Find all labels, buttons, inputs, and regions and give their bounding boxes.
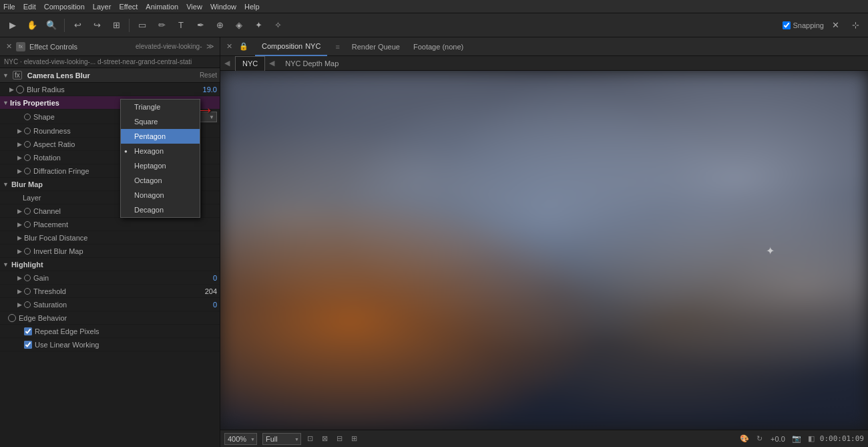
- fx-icon: fx: [19, 43, 23, 49]
- menu-file[interactable]: File: [3, 3, 15, 11]
- pen-tool-button[interactable]: ✒: [192, 17, 209, 34]
- menu-animation[interactable]: Animation: [146, 3, 178, 11]
- menu-edit[interactable]: Edit: [23, 3, 36, 11]
- threshold-expand[interactable]: ▶: [16, 288, 23, 295]
- zoom-tool-button[interactable]: 🔍: [43, 17, 60, 34]
- gain-icon: [24, 275, 31, 281]
- diffraction-fringe-expand[interactable]: ▶: [16, 168, 23, 174]
- rect-tool-button[interactable]: ▭: [134, 17, 151, 34]
- blur-radius-expand[interactable]: ▶: [8, 86, 15, 93]
- saturation-value[interactable]: 0: [213, 301, 217, 309]
- placement-expand[interactable]: ▶: [16, 221, 23, 228]
- fill-tool-button[interactable]: ◈: [230, 17, 248, 34]
- fit-view-button[interactable]: ⊡: [304, 433, 316, 445]
- effect-reset-button[interactable]: Reset: [200, 71, 217, 79]
- channel-expand[interactable]: ▶: [16, 208, 23, 214]
- dropdown-item-heptagon[interactable]: Heptagon: [121, 158, 200, 173]
- fx-badge: fx: [13, 71, 22, 80]
- layer-path-text: NYC · elevated-view-looking-... d-street…: [4, 58, 192, 65]
- zoom-wrapper: 400% 200% 100% 50%: [224, 433, 257, 445]
- menu-view[interactable]: View: [186, 3, 202, 11]
- text-tool-button[interactable]: T: [172, 17, 190, 34]
- repeat-edge-pixels-row: Repeat Edge Pixels: [0, 325, 220, 338]
- right-panel: ✕ 🔒 Composition NYC ≡ Render Queue Foota…: [220, 37, 868, 447]
- saturation-label: Saturation: [33, 301, 213, 309]
- comp-back-icon[interactable]: ◀: [224, 59, 230, 67]
- snap-target-button[interactable]: ⊹: [847, 17, 864, 34]
- shape-dropdown-popup: Triangle Square Pentagon Hexagon Heptago…: [120, 99, 200, 218]
- footage-button[interactable]: Footage (none): [409, 43, 467, 51]
- anchor-tool-button[interactable]: ⊕: [211, 17, 228, 34]
- dropdown-item-pentagon[interactable]: Pentagon: [121, 129, 200, 144]
- puppet-tool-button[interactable]: ✦: [250, 17, 267, 34]
- blur-radius-value[interactable]: 19.0: [203, 86, 217, 94]
- gain-expand[interactable]: ▶: [16, 275, 23, 281]
- comp-lock-icon: 🔒: [239, 42, 248, 51]
- edge-behavior-label: Edge Behavior: [19, 314, 217, 322]
- comp-name-label: NYC: [305, 42, 320, 50]
- menu-help[interactable]: Help: [244, 3, 260, 11]
- undo-button[interactable]: ↩: [69, 17, 86, 34]
- edit-button[interactable]: ⊞: [107, 17, 125, 34]
- rotation-button[interactable]: ↻: [753, 433, 765, 445]
- blur-radius-label: Blur Radius: [27, 86, 203, 94]
- select-tool-button[interactable]: ▶: [4, 17, 21, 34]
- highlight-caret: ▼: [3, 261, 9, 268]
- panel-close-button[interactable]: ✕: [4, 42, 13, 51]
- dropdown-item-hexagon[interactable]: Hexagon: [121, 144, 200, 158]
- placement-label: Placement: [33, 220, 217, 229]
- nyc-sub-tab[interactable]: NYC: [235, 56, 265, 71]
- gain-label: Gain: [33, 274, 213, 282]
- dropdown-item-decagon[interactable]: Decagon: [121, 202, 200, 217]
- zoom-select[interactable]: 400% 200% 100% 50%: [224, 433, 257, 445]
- use-linear-working-checkbox[interactable]: [24, 341, 32, 349]
- composition-tab[interactable]: Composition NYC: [255, 37, 327, 56]
- blur-focal-distance-expand[interactable]: ▶: [16, 235, 23, 241]
- rulers-button[interactable]: ⊞: [348, 433, 360, 445]
- dropdown-item-nonagon[interactable]: Nonagon: [121, 188, 200, 202]
- menu-composition[interactable]: Composition: [44, 3, 85, 11]
- composition-tab-label: Composition: [262, 42, 302, 50]
- color-picker-button[interactable]: 🎨: [738, 433, 750, 445]
- panel-icon: fx: [16, 42, 25, 51]
- render-queue-button[interactable]: Render Queue: [348, 43, 404, 51]
- mask-tool-button[interactable]: ✧: [269, 17, 286, 34]
- quality-select[interactable]: Full Half Quarter: [262, 433, 301, 445]
- redo-button[interactable]: ↪: [88, 17, 105, 34]
- highlight-label: Highlight: [11, 261, 43, 269]
- snapshot-button[interactable]: 📷: [791, 433, 803, 445]
- gain-value[interactable]: 0: [213, 274, 217, 282]
- rotation-expand[interactable]: ▶: [16, 154, 23, 161]
- edge-behavior-icon: [8, 314, 16, 322]
- threshold-value[interactable]: 204: [205, 287, 217, 295]
- menu-layer[interactable]: Layer: [93, 3, 112, 11]
- snapshot-show-button[interactable]: ◧: [805, 433, 817, 445]
- dropdown-item-octagon[interactable]: Octagon: [121, 173, 200, 188]
- grid-button[interactable]: ⊟: [333, 433, 345, 445]
- highlight-section-header[interactable]: ▼ Highlight: [0, 258, 220, 271]
- invert-blur-map-expand[interactable]: ▶: [16, 248, 23, 255]
- snapping-checkbox[interactable]: [783, 21, 791, 29]
- hand-tool-button[interactable]: ✋: [23, 17, 41, 34]
- iris-properties-label: Iris Properties: [10, 99, 59, 107]
- dropdown-item-square[interactable]: Square: [121, 114, 200, 129]
- comp-close-button[interactable]: ✕: [224, 42, 234, 51]
- camera-lens-blur-header[interactable]: ▼ fx Camera Lens Blur Reset: [0, 68, 220, 83]
- menu-window[interactable]: Window: [210, 3, 236, 11]
- comp-separator: ≡: [335, 43, 339, 51]
- snapping-options-button[interactable]: ✕: [827, 17, 844, 34]
- effect-controls-panel-header: ✕ fx Effect Controls elevated-view-looki…: [0, 37, 220, 56]
- saturation-expand[interactable]: ▶: [16, 301, 23, 308]
- menu-effect[interactable]: Effect: [119, 3, 138, 11]
- repeat-edge-pixels-checkbox[interactable]: [24, 327, 32, 335]
- use-linear-working-row: Use Linear Working: [0, 338, 220, 351]
- safe-zones-button[interactable]: ⊠: [318, 433, 331, 445]
- nyc-depth-map-sub-tab[interactable]: NYC Depth Map: [278, 56, 345, 71]
- viewport: ✦: [220, 71, 868, 430]
- dropdown-item-triangle[interactable]: Triangle: [121, 100, 200, 114]
- panel-expand-button[interactable]: ≫: [205, 41, 216, 52]
- roundness-expand[interactable]: ▶: [16, 128, 23, 134]
- brush-tool-button[interactable]: ✏: [153, 17, 170, 34]
- aspect-ratio-expand[interactable]: ▶: [16, 141, 23, 148]
- blur-radius-icon: [16, 86, 24, 94]
